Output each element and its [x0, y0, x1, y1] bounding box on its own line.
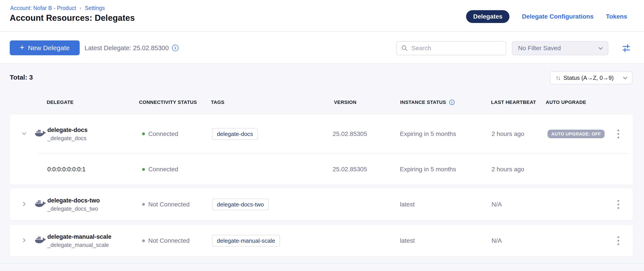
tab-bar: Delegates Delegate Configurations Tokens: [466, 10, 627, 23]
delegate-row-delegate-manual-scale[interactable]: delegate-manual-scale _delegate_manual_s…: [10, 225, 633, 257]
instance-status-cell: latest: [400, 237, 415, 244]
last-heartbeat-cell: N/A: [492, 201, 502, 208]
total-count: Total: 3: [10, 74, 33, 81]
tags-cell: delegate-docs-two: [212, 199, 269, 210]
latest-delegate-version: Latest Delegate: 25.02.85300 i: [84, 32, 178, 64]
latest-delegate-text: Latest Delegate: 25.02.85300: [84, 44, 169, 52]
last-heartbeat-cell: 2 hours ago: [492, 130, 524, 137]
tab-tokens[interactable]: Tokens: [606, 13, 627, 20]
tab-delegate-configurations[interactable]: Delegate Configurations: [522, 13, 594, 20]
delegate-name-cell[interactable]: delegate-docs-two _delegate_docs_two: [47, 197, 100, 212]
column-header-auto-upgrade: AUTO UPGRADE: [546, 99, 586, 105]
tag-chip: delegate-manual-scale: [212, 235, 280, 247]
tags-cell: delegate-manual-scale: [212, 235, 280, 247]
saved-filter-value: No Filter Saved: [518, 45, 599, 52]
row-menu-kebab-icon[interactable]: [616, 235, 620, 247]
auto-upgrade-cell: AUTO UPGRADE: OFF: [548, 130, 604, 138]
instance-status-cell: Expiring in 5 months: [400, 166, 456, 173]
expand-chevron-right-icon[interactable]: [21, 237, 28, 245]
delegate-name[interactable]: delegate-docs-two: [47, 197, 100, 204]
row-menu-kebab-icon[interactable]: [616, 128, 620, 140]
delegate-id: _delegate_manual_scale: [47, 242, 112, 248]
connectivity-status-cell: Connected: [142, 130, 178, 137]
docker-whale-icon: [34, 236, 46, 246]
column-header-version: VERSION: [334, 99, 356, 105]
delegate-row-delegate-docs[interactable]: delegate-docs _delegate_docs Connected d…: [10, 114, 633, 185]
breadcrumb-account-link[interactable]: Account: Nofar B - Product: [10, 5, 76, 11]
breadcrumb-settings-link[interactable]: Settings: [85, 5, 105, 11]
info-icon[interactable]: i: [172, 45, 178, 51]
plus-icon: +: [20, 43, 24, 51]
collapse-chevron-down-icon[interactable]: [21, 130, 28, 138]
expand-chevron-right-icon[interactable]: [21, 201, 28, 208]
filter-sliders-icon: [621, 43, 632, 53]
sort-dropdown[interactable]: ↑↓ Status (A→Z, 0→9): [550, 71, 632, 84]
saved-filter-dropdown[interactable]: No Filter Saved: [512, 41, 608, 55]
connectivity-status-cell: Not Connected: [142, 201, 190, 208]
info-icon[interactable]: i: [449, 100, 454, 105]
chevron-down-icon: [623, 75, 628, 79]
delegates-list-section: Total: 3 ↑↓ Status (A→Z, 0→9) DELEGATE C…: [0, 64, 644, 271]
column-header-last-heartbeat: LAST HEARTBEAT: [491, 99, 536, 105]
last-heartbeat-cell: N/A: [492, 237, 502, 244]
tags-cell: delegate-docs: [212, 128, 258, 140]
instance-host: 0:0:0:0:0:0:0:1: [47, 166, 86, 173]
search-box[interactable]: [396, 41, 506, 55]
delegate-name-cell[interactable]: delegate-manual-scale _delegate_manual_s…: [47, 234, 112, 248]
instance-status-cell: Expiring in 5 months: [400, 130, 456, 137]
docker-whale-icon: [34, 129, 46, 139]
version-cell: 25.02.85305: [332, 166, 367, 173]
connected-dot-icon: [142, 168, 145, 171]
docker-whale-icon: [34, 199, 46, 210]
delegate-instance-row: 0:0:0:0:0:0:0:1 Connected 25.02.85305 Ex…: [10, 154, 633, 185]
delegate-row-delegate-docs-two[interactable]: delegate-docs-two _delegate_docs_two Not…: [10, 188, 633, 220]
instance-status-cell: latest: [400, 201, 415, 208]
connectivity-status-cell: Not Connected: [142, 237, 190, 244]
delegate-name[interactable]: delegate-manual-scale: [47, 234, 112, 240]
disconnected-dot-icon: [142, 203, 145, 206]
column-header-connectivity: CONNECTIVITY STATUS: [139, 99, 197, 105]
version-cell: 25.02.85305: [332, 130, 367, 137]
column-header-tags: TAGS: [211, 99, 224, 105]
delegate-name[interactable]: delegate-docs: [47, 126, 88, 133]
delegate-name-cell[interactable]: delegate-docs _delegate_docs: [47, 126, 88, 141]
search-input[interactable]: [412, 45, 502, 52]
connectivity-status: Not Connected: [148, 201, 190, 208]
page-title: Account Resources: Delegates: [10, 13, 135, 23]
delegate-id: _delegate_docs_two: [47, 205, 100, 212]
sort-arrows-icon: ↑↓: [556, 74, 560, 81]
breadcrumb: Account: Nofar B - Product › Settings: [10, 5, 105, 11]
connectivity-status-cell: Connected: [142, 166, 178, 173]
auto-upgrade-badge: AUTO UPGRADE: OFF: [548, 130, 604, 138]
breadcrumb-separator-icon: ›: [80, 5, 81, 11]
row-menu-kebab-icon[interactable]: [616, 199, 620, 210]
column-header-instance-status: INSTANCE STATUS i: [400, 99, 454, 105]
tag-chip: delegate-docs-two: [212, 199, 269, 210]
search-icon: [401, 44, 408, 52]
list-bottom-divider: [0, 264, 644, 264]
tag-chip: delegate-docs: [212, 128, 258, 140]
page-header: Account: Nofar B - Product › Settings Ac…: [0, 0, 644, 32]
toolbar: + New Delegate Latest Delegate: 25.02.85…: [0, 32, 644, 64]
connectivity-status: Connected: [148, 130, 178, 137]
connectivity-status: Connected: [148, 166, 178, 173]
chevron-down-icon: [598, 45, 603, 50]
connected-dot-icon: [142, 132, 145, 135]
delegate-id: _delegate_docs: [47, 135, 88, 141]
sort-dropdown-value: Status (A→Z, 0→9): [564, 74, 620, 81]
new-delegate-button[interactable]: + New Delegate: [10, 40, 80, 55]
last-heartbeat-cell: 2 hours ago: [492, 166, 524, 173]
new-delegate-button-label: New Delegate: [28, 44, 70, 52]
column-header-delegate: DELEGATE: [47, 99, 74, 105]
connectivity-status: Not Connected: [148, 237, 190, 244]
disconnected-dot-icon: [142, 239, 145, 242]
filter-sliders-button[interactable]: [620, 43, 632, 54]
column-header-instance-status-label: INSTANCE STATUS: [400, 99, 446, 105]
tab-delegates[interactable]: Delegates: [466, 10, 510, 23]
